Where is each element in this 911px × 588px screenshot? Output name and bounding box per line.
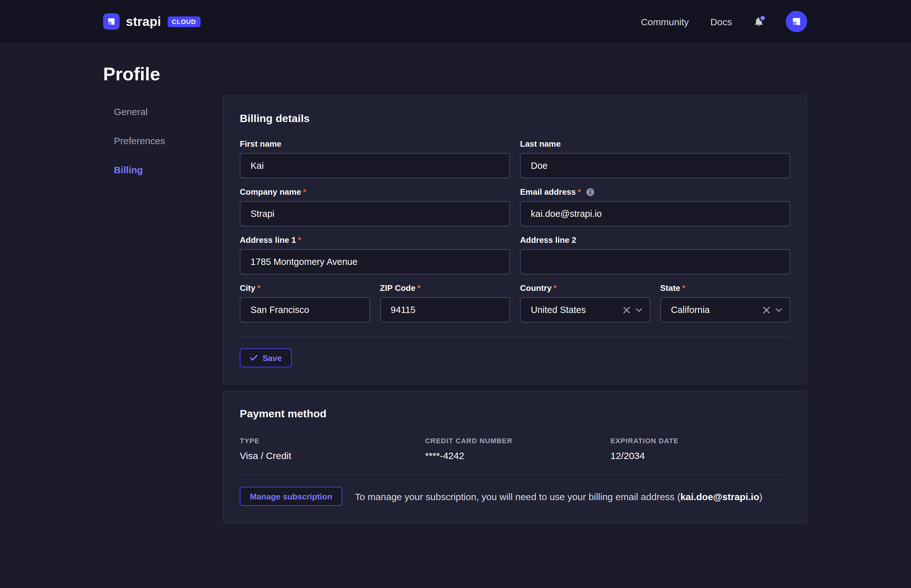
sidebar-item-billing[interactable]: Billing bbox=[103, 155, 223, 184]
field-state: State* California bbox=[660, 283, 790, 323]
brand-name: strapi bbox=[126, 14, 161, 29]
required-mark: * bbox=[417, 283, 421, 293]
profile-avatar[interactable] bbox=[786, 11, 807, 32]
payment-type-col: TYPE Visa / Credit bbox=[240, 437, 425, 461]
payment-expiration-col: EXPIRATION DATE 12/2034 bbox=[610, 437, 790, 461]
company-name-label-text: Company name bbox=[240, 187, 301, 197]
manage-subscription-label: Manage subscription bbox=[250, 491, 332, 501]
check-icon bbox=[250, 355, 257, 361]
billing-details-title: Billing details bbox=[240, 113, 790, 125]
zip-code-label: ZIP Code* bbox=[380, 283, 510, 293]
nav-link-docs[interactable]: Docs bbox=[710, 16, 732, 27]
strapi-logo-icon bbox=[103, 13, 120, 30]
nav-link-community[interactable]: Community bbox=[641, 16, 689, 27]
country-combobox[interactable]: United States bbox=[520, 297, 650, 323]
payment-method-card: Payment method TYPE Visa / Credit CREDIT… bbox=[223, 391, 807, 523]
address-line-1-label-text: Address line 1 bbox=[240, 235, 296, 245]
main-column: Billing details First name Last name bbox=[223, 95, 807, 523]
required-mark: * bbox=[303, 187, 306, 197]
required-mark: * bbox=[298, 235, 301, 245]
address-line-2-input[interactable] bbox=[520, 249, 790, 275]
address-line-1-label: Address line 1* bbox=[240, 235, 510, 245]
expiration-date-value: 12/2034 bbox=[610, 450, 790, 461]
save-button[interactable]: Save bbox=[240, 348, 292, 367]
payment-type-label: TYPE bbox=[240, 437, 425, 444]
address-line-2-label-text: Address line 2 bbox=[520, 235, 576, 245]
city-label-text: City bbox=[240, 283, 255, 293]
required-mark: * bbox=[578, 187, 581, 197]
email-address-input[interactable] bbox=[520, 201, 790, 226]
notification-dot bbox=[759, 14, 766, 21]
subscription-note-prefix: To manage your subscription, you will ne… bbox=[355, 491, 680, 502]
required-mark: * bbox=[553, 283, 557, 293]
sidebar-item-preferences[interactable]: Preferences bbox=[103, 126, 223, 155]
chevron-down-icon[interactable] bbox=[636, 308, 642, 312]
payment-footer: Manage subscription To manage your subsc… bbox=[240, 487, 790, 506]
clear-icon[interactable] bbox=[763, 306, 770, 313]
payment-divider bbox=[240, 475, 790, 475]
payment-info-grid: TYPE Visa / Credit CREDIT CARD NUMBER **… bbox=[240, 437, 790, 461]
zip-code-input[interactable] bbox=[380, 297, 510, 323]
state-label-text: State bbox=[660, 283, 680, 293]
chevron-down-icon[interactable] bbox=[776, 308, 782, 312]
first-name-label-text: First name bbox=[240, 139, 282, 149]
field-first-name: First name bbox=[240, 139, 510, 178]
profile-sidebar: General Preferences Billing bbox=[103, 95, 223, 184]
page-content: Profile General Preferences Billing Bill… bbox=[0, 44, 911, 523]
info-icon[interactable] bbox=[586, 187, 595, 196]
credit-card-number-value: ****-4242 bbox=[425, 450, 610, 461]
city-input[interactable] bbox=[240, 297, 370, 323]
subscription-note-email: kai.doe@strapi.io bbox=[680, 491, 759, 502]
save-button-label: Save bbox=[262, 353, 282, 363]
city-label: City* bbox=[240, 283, 370, 293]
page-title: Profile bbox=[103, 64, 807, 85]
required-mark: * bbox=[682, 283, 686, 293]
strapi-brand[interactable]: strapi CLOUD bbox=[103, 13, 200, 30]
zip-code-label-text: ZIP Code bbox=[380, 283, 415, 293]
subscription-note: To manage your subscription, you will ne… bbox=[355, 491, 762, 502]
payment-card-col: CREDIT CARD NUMBER ****-4242 bbox=[425, 437, 610, 461]
field-company-name: Company name* bbox=[240, 187, 510, 226]
last-name-input[interactable] bbox=[520, 153, 790, 178]
last-name-label: Last name bbox=[520, 139, 790, 149]
credit-card-number-label: CREDIT CARD NUMBER bbox=[425, 437, 610, 444]
app-window: strapi CLOUD Community Docs bbox=[0, 0, 911, 588]
state-combobox[interactable]: California bbox=[660, 297, 790, 323]
company-name-label: Company name* bbox=[240, 187, 510, 197]
subscription-note-suffix: ) bbox=[759, 491, 762, 502]
field-address-line-2: Address line 2 bbox=[520, 235, 790, 275]
last-name-label-text: Last name bbox=[520, 139, 561, 149]
first-name-label: First name bbox=[240, 139, 510, 149]
address-line-1-input[interactable] bbox=[240, 249, 510, 275]
billing-details-card: Billing details First name Last name bbox=[223, 95, 807, 384]
field-address-line-1: Address line 1* bbox=[240, 235, 510, 275]
email-address-label: Email address* bbox=[520, 187, 790, 197]
email-address-label-text: Email address bbox=[520, 187, 576, 197]
clear-icon[interactable] bbox=[623, 306, 630, 313]
form-divider bbox=[240, 336, 790, 337]
country-label-text: Country bbox=[520, 283, 552, 293]
payment-type-value: Visa / Credit bbox=[240, 450, 425, 461]
manage-subscription-button[interactable]: Manage subscription bbox=[240, 487, 342, 506]
field-zip-code: ZIP Code* bbox=[380, 283, 510, 323]
state-value: California bbox=[671, 305, 763, 315]
company-name-input[interactable] bbox=[240, 201, 510, 226]
payment-method-title: Payment method bbox=[240, 408, 790, 420]
required-mark: * bbox=[257, 283, 261, 293]
field-city: City* bbox=[240, 283, 370, 323]
notifications-button[interactable] bbox=[754, 16, 764, 27]
country-value: United States bbox=[531, 305, 623, 315]
first-name-input[interactable] bbox=[240, 153, 510, 178]
address-line-2-label: Address line 2 bbox=[520, 235, 790, 245]
navbar-right: Community Docs bbox=[641, 11, 807, 32]
field-country: Country* United States bbox=[520, 283, 650, 323]
cloud-badge: CLOUD bbox=[167, 16, 200, 27]
sidebar-item-general[interactable]: General bbox=[103, 97, 223, 126]
country-label: Country* bbox=[520, 283, 650, 293]
expiration-date-label: EXPIRATION DATE bbox=[610, 437, 790, 444]
state-label: State* bbox=[660, 283, 790, 293]
field-last-name: Last name bbox=[520, 139, 790, 178]
field-email-address: Email address* bbox=[520, 187, 790, 226]
top-navbar: strapi CLOUD Community Docs bbox=[0, 0, 911, 44]
